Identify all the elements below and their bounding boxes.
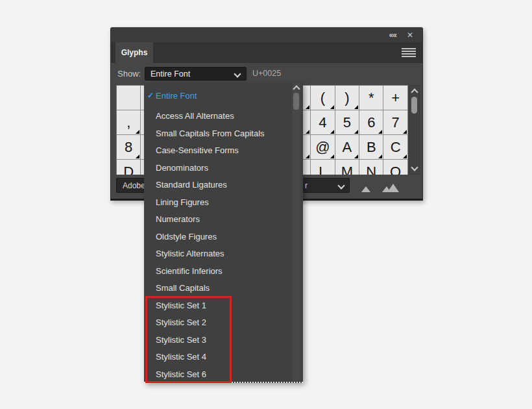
glyph-char: @ bbox=[315, 139, 330, 156]
menu-item-label: Stylistic Alternates bbox=[156, 249, 224, 258]
glyph-cell[interactable]: 6 bbox=[359, 110, 383, 135]
menu-item-oldstyle-figures[interactable]: Oldstyle Figures bbox=[144, 228, 303, 245]
menu-item-label: Small Capitals bbox=[156, 283, 210, 293]
menu-item-access-all-alternates[interactable]: Access All Alternates bbox=[144, 108, 303, 125]
glyph-cell[interactable] bbox=[117, 86, 141, 110]
menu-item-scientific-inferiors[interactable]: Scientific Inferiors bbox=[144, 262, 303, 280]
glyph-cell[interactable]: 4 bbox=[311, 110, 335, 135]
chevron-down-icon bbox=[234, 70, 241, 77]
glyph-char: ) bbox=[345, 90, 349, 106]
glyph-cell[interactable]: , bbox=[117, 110, 141, 135]
menu-item-label: Stylistic Set 1 bbox=[156, 301, 206, 310]
menu-item-label: Stylistic Set 6 bbox=[156, 369, 206, 379]
menu-item-stylistic-set-6[interactable]: Stylistic Set 6 bbox=[144, 366, 303, 383]
menu-item-label: Stylistic Set 4 bbox=[156, 352, 206, 362]
glyph-cell[interactable]: B bbox=[359, 135, 383, 160]
glyph-cell[interactable]: @ bbox=[311, 135, 335, 160]
glyph-char: L bbox=[319, 164, 326, 175]
glyph-cell[interactable]: 5 bbox=[335, 110, 359, 135]
alternates-triangle-icon bbox=[330, 130, 334, 134]
menu-item-label: Stylistic Set 3 bbox=[156, 335, 206, 345]
menu-item-denominators[interactable]: Denominators bbox=[144, 159, 303, 177]
glyph-char: 8 bbox=[125, 139, 132, 156]
zoom-in-button[interactable] bbox=[381, 179, 400, 193]
collapse-to-icons-icon[interactable]: «« bbox=[389, 31, 396, 39]
panel-titlebar: «« ✕ bbox=[111, 28, 422, 42]
glyph-cell[interactable]: A bbox=[335, 135, 359, 160]
panel-menu-icon[interactable] bbox=[402, 47, 416, 58]
scroll-up-icon[interactable] bbox=[293, 85, 300, 92]
glyph-char: 7 bbox=[392, 114, 400, 131]
glyph-cell[interactable]: C bbox=[383, 135, 407, 160]
alternates-triangle-icon bbox=[330, 155, 334, 158]
close-icon[interactable]: ✕ bbox=[407, 31, 413, 39]
show-row: Show: Entire Font U+0025 bbox=[111, 63, 422, 85]
alternates-triangle-icon bbox=[354, 105, 358, 109]
scroll-down-icon[interactable] bbox=[411, 164, 418, 171]
glyph-char: A bbox=[343, 139, 352, 156]
menu-item-label: Scientific Inferiors bbox=[156, 266, 223, 276]
alternates-triangle-icon bbox=[306, 130, 309, 134]
alternates-triangle-icon bbox=[403, 130, 407, 134]
chevron-down-icon bbox=[337, 182, 345, 189]
checkmark-icon: ✓ bbox=[147, 91, 154, 100]
glyph-cell[interactable]: M bbox=[335, 160, 359, 175]
glyph-char: C bbox=[391, 139, 401, 156]
unicode-readout: U+0025 bbox=[252, 69, 281, 78]
glyph-char: + bbox=[391, 90, 400, 106]
menu-item-case-sensitive-forms[interactable]: Case-Sensitive Forms bbox=[144, 142, 303, 160]
glyph-char: 5 bbox=[343, 114, 351, 131]
glyph-cell[interactable]: O bbox=[383, 160, 407, 175]
menu-item-small-capitals-from-capitals[interactable]: Small Capitals From Capitals bbox=[144, 125, 303, 142]
glyph-cell[interactable]: 7 bbox=[383, 110, 407, 135]
show-dropdown-menu: ✓Entire FontAccess All AlternatesSmall C… bbox=[144, 83, 303, 383]
menu-scrollbar[interactable] bbox=[292, 83, 300, 382]
alternates-triangle-icon bbox=[378, 130, 382, 134]
menu-item-stylistic-set-3[interactable]: Stylistic Set 3 bbox=[144, 331, 303, 349]
glyph-cell[interactable]: + bbox=[383, 86, 407, 110]
glyph-char: ( bbox=[320, 90, 325, 106]
alternates-triangle-icon bbox=[354, 155, 358, 158]
small-mountain-icon bbox=[360, 185, 372, 193]
menu-item-entire-font[interactable]: ✓Entire Font bbox=[144, 87, 303, 105]
alternates-triangle-icon bbox=[403, 155, 407, 158]
menu-item-label: Denominators bbox=[156, 163, 208, 173]
menu-item-stylistic-set-4[interactable]: Stylistic Set 4 bbox=[144, 349, 303, 366]
glyph-char: B bbox=[367, 139, 376, 156]
show-dropdown[interactable]: Entire Font bbox=[145, 67, 247, 81]
menu-item-label: Standard Ligatures bbox=[156, 180, 227, 190]
scrollbar-thumb[interactable] bbox=[293, 93, 299, 110]
glyph-cell[interactable]: 8 bbox=[117, 135, 141, 160]
menu-item-lining-figures[interactable]: Lining Figures bbox=[144, 193, 303, 211]
alternates-triangle-icon bbox=[136, 155, 139, 158]
menu-item-numerators[interactable]: Numerators bbox=[144, 211, 303, 229]
menu-item-stylistic-set-1[interactable]: Stylistic Set 1 bbox=[144, 297, 303, 314]
glyph-cell[interactable]: N bbox=[359, 160, 383, 175]
menu-item-small-capitals[interactable]: Small Capitals bbox=[144, 280, 303, 297]
scrollbar-thumb[interactable] bbox=[411, 97, 417, 114]
glyph-char: D bbox=[123, 164, 134, 175]
font-style-value: r bbox=[305, 181, 308, 190]
glyph-cell[interactable]: ( bbox=[311, 86, 335, 110]
alternates-triangle-icon bbox=[136, 130, 139, 134]
alternates-triangle-icon bbox=[378, 155, 382, 158]
glyph-cell[interactable]: D bbox=[117, 160, 141, 175]
zoom-out-button[interactable] bbox=[356, 179, 376, 193]
menu-item-label: Oldstyle Figures bbox=[156, 232, 217, 242]
menu-item-standard-ligatures[interactable]: Standard Ligatures bbox=[144, 177, 303, 194]
show-label: Show: bbox=[117, 69, 141, 79]
menu-item-stylistic-set-2[interactable]: Stylistic Set 2 bbox=[144, 314, 303, 332]
glyph-cell[interactable]: L bbox=[311, 160, 335, 175]
menu-item-label: Entire Font bbox=[156, 91, 197, 101]
glyph-char: 4 bbox=[319, 114, 326, 131]
glyph-cell[interactable]: ) bbox=[335, 86, 359, 110]
panel-tabbar: Glyphs bbox=[111, 42, 422, 63]
glyph-grid-scrollbar[interactable] bbox=[409, 85, 420, 175]
glyph-cell[interactable]: * bbox=[359, 86, 383, 110]
menu-item-stylistic-alternates[interactable]: Stylistic Alternates bbox=[144, 245, 303, 263]
alternates-triangle-icon bbox=[330, 105, 334, 109]
menu-item-label: Case-Sensitive Forms bbox=[156, 145, 239, 155]
scroll-up-icon[interactable] bbox=[411, 88, 418, 95]
alternates-triangle-icon bbox=[306, 155, 309, 158]
tab-glyphs[interactable]: Glyphs bbox=[115, 42, 153, 63]
